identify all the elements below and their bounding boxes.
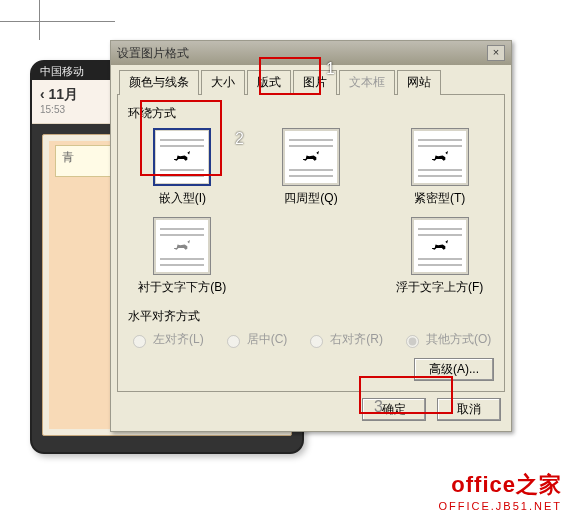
- tab-colors-lines[interactable]: 颜色与线条: [119, 70, 199, 95]
- halign-radios: 左对齐(L) 居中(C) 右对齐(R) 其他方式(O): [128, 331, 494, 348]
- tab-web[interactable]: 网站: [397, 70, 441, 95]
- dialog-title: 设置图片格式: [117, 45, 189, 62]
- halign-group: 水平对齐方式 左对齐(L) 居中(C) 右对齐(R) 其他方式(O): [128, 308, 494, 348]
- advanced-row: 高级(A)...: [128, 358, 494, 381]
- radio-center: 居中(C): [222, 331, 288, 348]
- dialog-buttons: 确定 取消: [111, 398, 511, 431]
- wrap-option-tight[interactable]: 紧密型(T): [385, 128, 494, 207]
- carrier-label: 中国移动: [40, 65, 84, 77]
- wrap-option-inline[interactable]: 嵌入型(I): [128, 128, 237, 207]
- dog-icon: [429, 236, 451, 252]
- ruler-vertical: [39, 0, 40, 40]
- wrap-label-tight: 紧密型(T): [385, 190, 494, 207]
- wrap-option-infront[interactable]: 浮于文字上方(F): [385, 217, 494, 296]
- advanced-button[interactable]: 高级(A)...: [414, 358, 494, 381]
- radio-right-input: [310, 335, 323, 348]
- wrap-option-square[interactable]: 四周型(Q): [257, 128, 366, 207]
- dog-icon: [171, 147, 193, 163]
- wrap-label-infront: 浮于文字上方(F): [385, 279, 494, 296]
- annotation-2: 2: [235, 130, 244, 148]
- close-button[interactable]: ×: [487, 45, 505, 61]
- wrap-label-behind: 衬于文字下方(B): [128, 279, 237, 296]
- wrap-option-behind[interactable]: 衬于文字下方(B): [128, 217, 237, 296]
- radio-left: 左对齐(L): [128, 331, 204, 348]
- radio-right: 右对齐(R): [305, 331, 383, 348]
- watermark: office之家 OFFICE.JB51.NET: [438, 470, 562, 512]
- annotation-3: 3: [374, 398, 383, 416]
- halign-group-label: 水平对齐方式: [128, 308, 494, 325]
- cancel-button[interactable]: 取消: [437, 398, 501, 421]
- radio-other-input: [406, 335, 419, 348]
- ok-button[interactable]: 确定: [362, 398, 426, 421]
- wrap-thumb-inline: [153, 128, 211, 186]
- wrap-options: 嵌入型(I) 四周型(Q) 紧密型(T) 衬于文字下方(B) 浮于文字上方(F): [128, 128, 494, 296]
- tab-layout[interactable]: 版式: [247, 70, 291, 95]
- annotation-1: 1: [326, 60, 335, 78]
- wrap-thumb-behind: [153, 217, 211, 275]
- ruler-horizontal: [0, 21, 115, 22]
- dialog-titlebar[interactable]: 设置图片格式 ×: [111, 41, 511, 65]
- wrap-thumb-tight: [411, 128, 469, 186]
- format-picture-dialog: 设置图片格式 × 颜色与线条 大小 版式 图片 文本框 网站 环绕方式 嵌入型(…: [110, 40, 512, 432]
- tab-panel-layout: 环绕方式 嵌入型(I) 四周型(Q) 紧密型(T) 衬于文字下方(B): [117, 94, 505, 392]
- wrap-label-inline: 嵌入型(I): [128, 190, 237, 207]
- tab-size[interactable]: 大小: [201, 70, 245, 95]
- wrap-label-square: 四周型(Q): [257, 190, 366, 207]
- dog-icon: [171, 236, 193, 252]
- watermark-line2: OFFICE.JB51.NET: [438, 500, 562, 512]
- radio-center-input: [227, 335, 240, 348]
- wrap-thumb-square: [282, 128, 340, 186]
- dog-icon: [300, 147, 322, 163]
- radio-left-input: [133, 335, 146, 348]
- wrap-group-label: 环绕方式: [128, 105, 494, 122]
- tab-textbox: 文本框: [339, 70, 395, 95]
- dog-icon: [429, 147, 451, 163]
- tab-strip: 颜色与线条 大小 版式 图片 文本框 网站: [111, 65, 511, 94]
- radio-other: 其他方式(O): [401, 331, 491, 348]
- watermark-line1: office之家: [438, 470, 562, 500]
- wrap-thumb-infront: [411, 217, 469, 275]
